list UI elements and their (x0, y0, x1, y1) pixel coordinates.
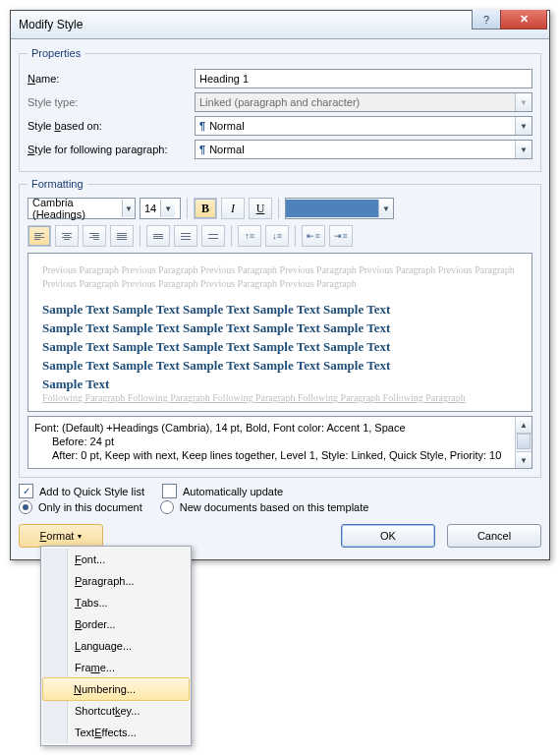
preview-pane: Previous Paragraph Previous Paragraph Pr… (28, 253, 532, 412)
menu-item-font[interactable]: Font... (43, 549, 189, 570)
scroll-thumb[interactable] (517, 434, 531, 449)
font-name-value: Cambria (Headings) (28, 197, 122, 220)
help-button[interactable]: ? (472, 10, 501, 29)
line-spacing-15-button[interactable] (174, 225, 197, 247)
decrease-indent-button[interactable]: ⇤≡ (302, 225, 325, 247)
space-before-inc-button[interactable]: ↑≡ (238, 225, 261, 247)
properties-group: Properties Name: Style type: Linked (par… (19, 47, 541, 172)
scroll-down-icon[interactable]: ▼ (516, 451, 532, 468)
pilcrow-icon: ¶ (199, 144, 205, 155)
dialog-client: Properties Name: Style type: Linked (par… (11, 39, 549, 559)
style-type-value: Linked (paragraph and character) (196, 96, 515, 108)
new-documents-radio[interactable] (160, 500, 174, 514)
format-menu: Font... Paragraph... Tabs... Border... L… (40, 546, 192, 746)
based-on-value: Normal (209, 120, 244, 132)
style-description: Font: (Default) +Headings (Cambria), 14 … (28, 416, 532, 469)
based-on-combo[interactable]: ¶Normal ▼ (195, 116, 532, 136)
scroll-track[interactable] (516, 434, 532, 451)
format-button[interactable]: Format▾ (19, 524, 103, 548)
formatting-group: Formatting Cambria (Headings) ▼ 14 ▼ B I… (19, 178, 541, 478)
menu-item-paragraph[interactable]: Paragraph... (43, 570, 189, 592)
preview-sample-line: Sample Text Sample Text Sample Text Samp… (42, 301, 518, 318)
add-quick-style-checkbox[interactable]: ✓ (19, 484, 33, 498)
increase-indent-button[interactable]: ⇥≡ (329, 225, 353, 247)
separator (140, 225, 140, 247)
menu-item-border[interactable]: Border... (43, 613, 189, 635)
menu-item-text-effects[interactable]: Text Effects... (43, 722, 189, 743)
following-value: Normal (209, 144, 244, 155)
preview-sample-line: Sample Text (42, 376, 518, 392)
line-spacing-2-button[interactable] (201, 225, 225, 247)
preview-sample-line: Sample Text Sample Text Sample Text Samp… (42, 338, 518, 355)
font-size-value: 14 (140, 203, 160, 214)
align-left-button[interactable] (28, 225, 51, 247)
name-input[interactable] (195, 69, 532, 88)
only-this-document-radio[interactable] (19, 500, 32, 514)
based-on-label: Style based on: (28, 120, 195, 132)
underline-button[interactable]: U (249, 198, 272, 219)
auto-update-label: Automatically update (183, 486, 283, 497)
description-line: Font: (Default) +Headings (Cambria), 14 … (34, 421, 509, 435)
scroll-up-icon[interactable]: ▲ (516, 417, 532, 434)
ok-button[interactable]: OK (341, 524, 435, 548)
separator (231, 225, 232, 247)
format-button-label: Format (40, 530, 75, 542)
menu-item-shortcut-key[interactable]: Shortcut key... (43, 700, 189, 722)
style-type-label: Style type: (28, 96, 195, 108)
align-justify-button[interactable] (110, 225, 134, 247)
formatting-legend: Formatting (28, 178, 87, 190)
description-line: After: 0 pt, Keep with next, Keep lines … (34, 448, 509, 462)
chevron-down-icon[interactable]: ▼ (515, 141, 532, 158)
only-this-document-label: Only in this document (38, 501, 142, 513)
font-color-combo[interactable]: ▼ (285, 198, 394, 219)
separator (295, 225, 296, 247)
cancel-button[interactable]: Cancel (447, 524, 541, 548)
font-name-combo[interactable]: Cambria (Headings) ▼ (28, 198, 136, 219)
chevron-down-icon[interactable]: ▼ (160, 200, 175, 217)
separator (187, 198, 188, 219)
auto-update-checkbox[interactable] (162, 484, 177, 498)
following-label: Style for following paragraph: (28, 144, 195, 155)
menu-item-tabs[interactable]: Tabs... (43, 592, 189, 613)
titlebar: Modify Style ? ✕ (11, 11, 549, 39)
scrollbar[interactable]: ▲ ▼ (515, 417, 532, 468)
chevron-down-icon: ▼ (515, 93, 532, 111)
window-title: Modify Style (19, 18, 83, 31)
style-type-combo: Linked (paragraph and character) ▼ (195, 92, 532, 112)
menu-item-language[interactable]: Language... (43, 635, 189, 657)
space-before-dec-button[interactable]: ↓≡ (265, 225, 289, 247)
properties-legend: Properties (28, 47, 84, 59)
bold-button[interactable]: B (194, 198, 217, 219)
chevron-down-icon[interactable]: ▼ (515, 117, 532, 135)
new-documents-label: New documents based on this template (180, 501, 369, 513)
color-swatch (286, 200, 378, 217)
font-size-combo[interactable]: 14 ▼ (140, 198, 181, 219)
add-quick-style-label: Add to Quick Style list (39, 486, 144, 497)
menu-item-frame[interactable]: Frame... (43, 657, 189, 678)
preview-previous-text: Previous Paragraph Previous Paragraph Pr… (42, 263, 518, 291)
chevron-down-icon[interactable]: ▼ (378, 200, 393, 217)
preview-following-text: Following Paragraph Following Paragraph … (42, 392, 518, 403)
titlebar-buttons: ? ✕ (473, 10, 547, 29)
description-line: Before: 24 pt (34, 435, 509, 448)
chevron-down-icon[interactable]: ▼ (122, 200, 135, 217)
close-button[interactable]: ✕ (500, 10, 547, 29)
name-label: Name: (28, 73, 195, 85)
align-center-button[interactable] (55, 225, 79, 247)
preview-sample-line: Sample Text Sample Text Sample Text Samp… (42, 357, 518, 374)
align-right-button[interactable] (83, 225, 106, 247)
line-spacing-1-button[interactable] (146, 225, 170, 247)
pilcrow-icon: ¶ (199, 120, 205, 132)
italic-button[interactable]: I (221, 198, 245, 219)
preview-sample-line: Sample Text Sample Text Sample Text Samp… (42, 320, 518, 336)
menu-item-numbering[interactable]: Numbering... (42, 677, 190, 701)
modify-style-dialog: Modify Style ? ✕ Properties Name: Style … (10, 10, 550, 560)
following-combo[interactable]: ¶Normal ▼ (195, 140, 532, 159)
separator (278, 198, 279, 219)
